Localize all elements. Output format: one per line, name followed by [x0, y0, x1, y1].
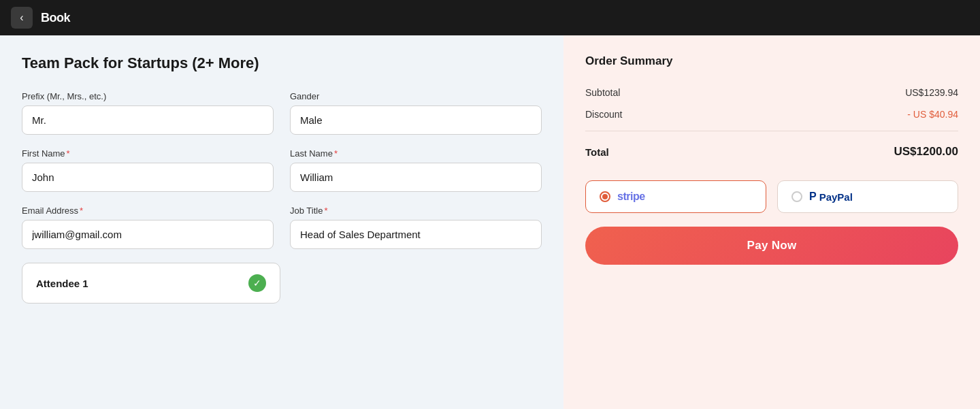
job-title-label: Job Title*	[290, 206, 542, 216]
payment-options: stripe P PayPal	[585, 180, 958, 213]
divider	[585, 131, 958, 131]
left-panel: Team Pack for Startups (2+ More) Prefix …	[0, 35, 564, 409]
check-icon: ✓	[248, 274, 266, 292]
paypal-radio	[791, 191, 802, 202]
first-name-label: First Name*	[22, 148, 274, 159]
paypal-icon: P	[809, 191, 817, 203]
discount-value: - US $40.94	[907, 109, 958, 120]
name-row: First Name* Last Name*	[22, 148, 542, 192]
top-nav: ‹ Book	[0, 0, 980, 35]
last-name-label: Last Name*	[290, 148, 542, 159]
prefix-gender-row: Prefix (Mr., Mrs., etc.) Gander	[22, 91, 542, 135]
nav-logo: Book	[41, 11, 70, 25]
right-panel: Order Summary Subtotal US$1239.94 Discou…	[564, 35, 980, 409]
total-label: Total	[585, 146, 609, 158]
form-section: Prefix (Mr., Mrs., etc.) Gander First Na…	[22, 91, 542, 304]
job-title-input[interactable]	[290, 220, 542, 249]
stripe-label: stripe	[617, 191, 645, 203]
email-label: Email Address*	[22, 206, 274, 216]
first-name-group: First Name*	[22, 148, 274, 192]
stripe-logo: stripe	[617, 191, 645, 203]
subtotal-row: Subtotal US$1239.94	[585, 82, 958, 103]
paypal-logo: P PayPal	[809, 191, 853, 203]
email-input[interactable]	[22, 220, 274, 249]
attendee-card[interactable]: Attendee 1 ✓	[22, 263, 280, 304]
total-row: Total US$1200.00	[585, 137, 958, 167]
back-button[interactable]: ‹	[11, 7, 33, 29]
gender-input[interactable]	[290, 105, 542, 135]
stripe-option[interactable]: stripe	[585, 180, 766, 213]
order-summary-title: Order Summary	[585, 54, 958, 68]
pay-now-button[interactable]: Pay Now	[585, 227, 958, 265]
gender-label: Gander	[290, 91, 542, 101]
last-name-input[interactable]	[290, 163, 542, 192]
email-group: Email Address*	[22, 206, 274, 249]
gender-group: Gander	[290, 91, 542, 135]
paypal-option[interactable]: P PayPal	[777, 180, 958, 213]
email-jobtitle-row: Email Address* Job Title*	[22, 206, 542, 249]
prefix-input[interactable]	[22, 105, 274, 135]
prefix-label: Prefix (Mr., Mrs., etc.)	[22, 91, 274, 101]
attendee-label: Attendee 1	[36, 278, 88, 289]
main-layout: Team Pack for Startups (2+ More) Prefix …	[0, 35, 980, 409]
last-name-group: Last Name*	[290, 148, 542, 192]
discount-row: Discount - US $40.94	[585, 103, 958, 125]
page-title: Team Pack for Startups (2+ More)	[22, 54, 542, 72]
stripe-radio	[600, 191, 610, 202]
job-title-group: Job Title*	[290, 206, 542, 249]
subtotal-value: US$1239.94	[905, 87, 958, 98]
prefix-group: Prefix (Mr., Mrs., etc.)	[22, 91, 274, 135]
first-name-input[interactable]	[22, 163, 274, 192]
paypal-label: PayPal	[819, 191, 853, 203]
subtotal-label: Subtotal	[585, 87, 620, 98]
discount-label: Discount	[585, 109, 622, 120]
total-value: US$1200.00	[894, 145, 958, 159]
